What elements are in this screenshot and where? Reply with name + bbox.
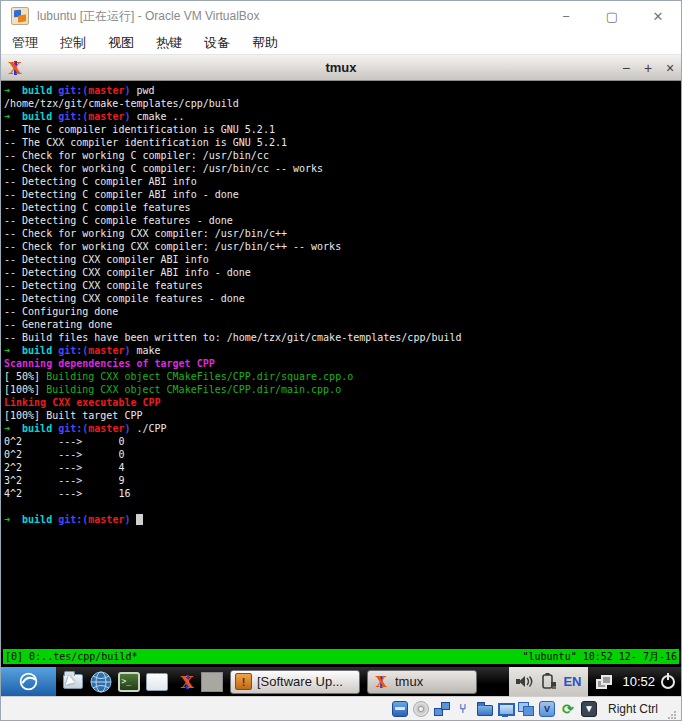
vbox-menubar: 管理 控制 视图 热键 设备 帮助 xyxy=(1,31,681,55)
menu-devices[interactable]: 设备 xyxy=(193,31,241,55)
task-software-updater[interactable]: ! [Software Up... xyxy=(230,670,360,694)
window-title: lubuntu [正在运行] - Oracle VM VirtualBox xyxy=(37,8,543,25)
display-status-icon[interactable] xyxy=(497,701,513,717)
xterm-launcher-icon[interactable]: X xyxy=(172,669,197,694)
virtualization-features-icon[interactable]: V xyxy=(539,701,555,717)
keyboard-capture-icon[interactable]: ▼ xyxy=(581,701,597,717)
menu-view[interactable]: 视图 xyxy=(97,31,145,55)
vbox-status-bar: ⑂ V ⟳ ▼ Right Ctrl xyxy=(1,696,681,720)
lxterminal-icon[interactable]: >_ xyxy=(116,669,141,694)
resize-grip[interactable] xyxy=(667,710,677,720)
quick-launch: >_ X xyxy=(60,669,197,694)
virtualbox-window: lubuntu [正在运行] - Oracle VM VirtualBox − … xyxy=(0,0,682,721)
host-key-label: Right Ctrl xyxy=(608,702,658,716)
tmux-window-controls: − + × xyxy=(615,60,681,76)
battery-icon[interactable] xyxy=(539,673,557,690)
taskbar-clock[interactable]: 10:52 xyxy=(622,674,655,689)
hard-disk-status-icon[interactable] xyxy=(392,701,408,717)
usb-status-icon[interactable]: ⑂ xyxy=(455,701,471,717)
terminal-output[interactable]: ➜ build git:(master) pwd/home/tzx/git/cm… xyxy=(1,81,681,649)
tmux-status-bar: [0] 0:..tes/cpp/build* "lubuntu" 10:52 1… xyxy=(3,649,679,664)
window-controls: − ▢ ✕ xyxy=(543,1,681,31)
input-method-indicator[interactable]: EN xyxy=(563,674,581,689)
xterm-icon: X xyxy=(6,59,24,77)
volume-icon[interactable] xyxy=(516,674,533,689)
minimize-button[interactable]: − xyxy=(543,1,589,31)
web-browser-icon[interactable] xyxy=(88,669,113,694)
window-titlebar: lubuntu [正在运行] - Oracle VM VirtualBox − … xyxy=(1,1,681,31)
vm-screen: X tmux − + × ➜ build git:(master) pwd/ho… xyxy=(1,55,681,696)
maximize-button[interactable]: ▢ xyxy=(589,1,635,31)
tmux-close-button[interactable]: × xyxy=(659,60,681,76)
tmux-maximize-button[interactable]: + xyxy=(637,60,659,76)
menu-control[interactable]: 控制 xyxy=(49,31,97,55)
menu-hotkeys[interactable]: 热键 xyxy=(145,31,193,55)
tmux-minimize-button[interactable]: − xyxy=(615,60,637,76)
show-desktop-icon[interactable] xyxy=(144,669,169,694)
task-label: [Software Up... xyxy=(257,674,343,689)
system-tray: EN xyxy=(509,667,588,696)
network-status-icon[interactable] xyxy=(434,701,450,717)
video-capture-status-icon[interactable] xyxy=(518,701,534,717)
task-label: tmux xyxy=(395,674,423,689)
menu-machine[interactable]: 管理 xyxy=(1,31,49,55)
tmux-window-title: tmux xyxy=(1,60,681,75)
desktop-pager[interactable] xyxy=(201,672,223,692)
tmux-window-titlebar[interactable]: X tmux − + × xyxy=(1,55,681,81)
network-tray-icon[interactable] xyxy=(596,675,612,689)
xterm-icon: X xyxy=(373,674,388,689)
tmux-status-right: "lubuntu" 10:52 12- 7月-16 xyxy=(523,649,678,664)
taskbar: >_ X ! [Software Up... X tmux xyxy=(1,667,681,696)
virtualbox-logo-icon xyxy=(11,7,29,25)
optical-disk-status-icon[interactable] xyxy=(413,701,429,717)
file-manager-icon[interactable] xyxy=(60,669,85,694)
start-menu-button[interactable] xyxy=(1,667,56,696)
close-button[interactable]: ✕ xyxy=(635,1,681,31)
menu-help[interactable]: 帮助 xyxy=(241,31,289,55)
software-updater-icon: ! xyxy=(235,673,252,690)
mouse-integration-icon[interactable]: ⟳ xyxy=(560,701,576,717)
shared-folders-status-icon[interactable] xyxy=(476,701,492,717)
power-button-icon[interactable] xyxy=(661,675,675,689)
lubuntu-logo-icon xyxy=(18,671,39,692)
task-tmux[interactable]: X tmux xyxy=(367,670,477,694)
tmux-status-left[interactable]: [0] 0:..tes/cpp/build* xyxy=(5,649,137,664)
